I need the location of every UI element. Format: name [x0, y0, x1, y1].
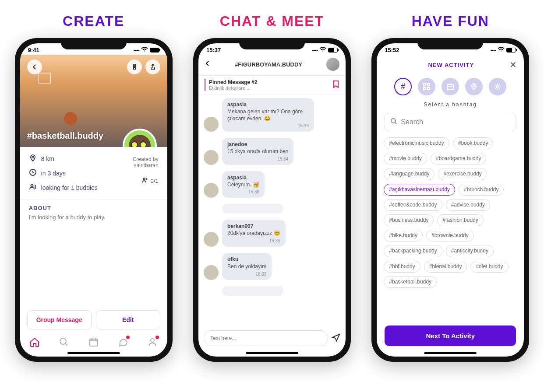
count-text: 0/1	[151, 178, 159, 184]
nav-profile-icon[interactable]	[147, 336, 158, 348]
hashtag-chip[interactable]: #basketball.buddy	[384, 276, 437, 288]
hashtag-list: #electronicmusic.buddy#book.buddy#movie.…	[377, 137, 524, 321]
hashtag-chip[interactable]: #advise.buddy	[446, 199, 490, 211]
hashtag-chip[interactable]: #boardgame.buddy	[431, 153, 486, 164]
message-avatar[interactable]	[204, 150, 219, 165]
message: aspasiaCeleyrum. 🥳15:38	[204, 171, 340, 198]
step-settings-icon[interactable]	[489, 78, 506, 95]
send-button[interactable]	[332, 333, 340, 344]
hashtag-chip[interactable]: #business.buddy	[384, 214, 434, 226]
when-text: in 3 days	[41, 170, 66, 177]
about-heading: ABOUT	[29, 205, 159, 211]
hashtag-search[interactable]: Search	[385, 113, 516, 131]
message-time: 15:34	[227, 157, 288, 161]
message-text: Ben de yoldayım	[227, 263, 266, 270]
status-time: 15:37	[206, 47, 221, 53]
message-input[interactable]	[204, 330, 328, 346]
pinned-message[interactable]: Pinned Message #2 Etkinlik detayları: ..…	[205, 79, 258, 91]
people-icon	[29, 183, 37, 192]
hashtag-title: #basketball.buddy	[27, 131, 104, 141]
hashtag-chip[interactable]: #language.buddy	[384, 168, 434, 180]
svg-rect-10	[427, 88, 430, 90]
back-button[interactable]	[205, 60, 211, 68]
nav-calendar-icon[interactable]	[88, 336, 99, 348]
svg-point-3	[143, 178, 145, 180]
hashtag-chip[interactable]: #brownie.buddy	[426, 230, 474, 242]
message-text: 15 dkya orada olurum ben	[227, 148, 288, 155]
chat-body[interactable]: aspasiaMekana gelen var mı? Ona göre çık…	[198, 94, 346, 327]
hashtag-chip[interactable]: #açıkhavasineması.buddy	[384, 184, 455, 196]
hero-image: #basketball.buddy	[20, 55, 167, 147]
step-location-icon[interactable]	[465, 78, 483, 95]
created-by: Created by saintbaran	[133, 156, 159, 168]
hashtag-chip[interactable]: #bbf.buddy	[384, 261, 420, 273]
info-looking: looking for 1 buddies	[29, 183, 159, 192]
wifi-icon	[319, 47, 326, 53]
nav-search-icon[interactable]	[58, 336, 70, 348]
avatar[interactable]	[123, 129, 157, 147]
message-sender: ufku	[227, 256, 266, 262]
notch	[61, 38, 127, 49]
about-text: I'm looking for a buddy to play.	[29, 214, 159, 220]
status-time: 9:41	[28, 47, 39, 53]
step-category-icon[interactable]	[418, 78, 435, 95]
home-indicator	[424, 352, 477, 354]
bookmark-icon[interactable]	[332, 80, 339, 90]
nav-chat-icon[interactable]	[117, 336, 129, 348]
nav-home-icon[interactable]	[29, 336, 40, 348]
hashtag-chip[interactable]: #brunch.buddy	[459, 184, 504, 196]
search-icon	[390, 118, 397, 126]
hashtag-chip[interactable]: #exercise.buddy	[438, 168, 487, 180]
close-button[interactable]: ✕	[509, 60, 517, 70]
next-button[interactable]: Next To Activity	[385, 326, 516, 346]
hashtag-chip[interactable]: #anticcity.buddy	[446, 245, 494, 257]
phone-frame-chat: 15:37 ▪▪▪▪ #FIGÜRBOYAMA.BUDDY Pinned Mes…	[193, 38, 351, 362]
hashtag-chip[interactable]: #backpacking.buddy	[384, 245, 442, 257]
message: ufkuBen de yoldayım16:03	[204, 253, 340, 280]
message-bubble: ufkuBen de yoldayım16:03	[222, 253, 272, 280]
svg-rect-9	[424, 88, 426, 90]
wifi-icon	[141, 47, 148, 53]
hashtag-chip[interactable]: #fashion.buddy	[437, 214, 483, 226]
message-avatar[interactable]	[204, 183, 219, 198]
hashtag-chip[interactable]: #movie.buddy	[384, 153, 427, 164]
hashtag-chip[interactable]: #coffee&code.buddy	[384, 199, 442, 211]
home-indicator	[67, 352, 120, 354]
message-avatar[interactable]	[204, 265, 219, 280]
svg-rect-11	[447, 84, 453, 90]
step-hashtag-icon[interactable]: #	[394, 78, 412, 95]
hashtag-chip[interactable]: #book.buddy	[453, 137, 494, 149]
delete-button[interactable]	[127, 60, 142, 74]
heading-create: CREATE	[63, 13, 124, 29]
signal-icon: ▪▪▪▪	[134, 47, 139, 53]
hashtag-chip[interactable]: #electronicmusic.buddy	[384, 137, 449, 149]
message-sender: berkan007	[227, 223, 280, 229]
message-text: Celeyrum. 🥳	[227, 182, 259, 189]
svg-point-4	[60, 338, 66, 344]
share-button[interactable]	[145, 60, 160, 74]
message: berkan00720dk'ya oradayızzz 😊15:39	[204, 220, 340, 247]
message-avatar[interactable]	[204, 117, 219, 132]
hashtag-chip[interactable]: #bienal.buddy	[424, 261, 467, 273]
chat-title: #FIGÜRBOYAMA.BUDDY	[211, 61, 326, 68]
looking-text: looking for 1 buddies	[41, 184, 98, 191]
message-avatar[interactable]	[204, 232, 219, 247]
creator-name: saintbaran	[133, 162, 159, 168]
svg-point-6	[151, 339, 154, 342]
status-time: 15:52	[385, 47, 399, 53]
edit-button[interactable]: Edit	[96, 310, 160, 329]
battery-icon	[150, 48, 159, 52]
group-message-button[interactable]: Group Message	[27, 310, 92, 329]
pinned-title: Pinned Message #2	[209, 79, 258, 85]
wifi-icon	[498, 47, 505, 53]
hashtag-chip[interactable]: #diet.buddy	[470, 261, 508, 273]
message-time: 15:38	[227, 189, 259, 194]
step-date-icon[interactable]	[442, 78, 459, 95]
message-bubble: berkan00720dk'ya oradayızzz 😊15:39	[222, 220, 286, 247]
hashtag-chip[interactable]: #bike.buddy	[384, 230, 423, 242]
chat-avatar[interactable]	[326, 58, 339, 71]
svg-point-14	[391, 119, 396, 123]
notch	[417, 38, 483, 49]
back-button[interactable]	[27, 60, 42, 74]
message: aspasiaMekana gelen var mı? Ona göre çık…	[204, 98, 340, 132]
